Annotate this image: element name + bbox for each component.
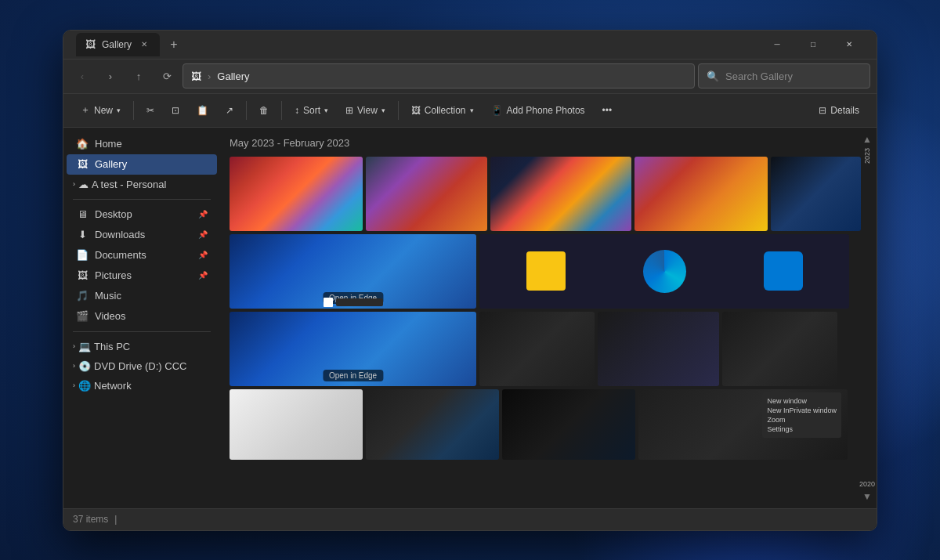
year-2020-label[interactable]: 2020 — [859, 480, 875, 488]
cut-button[interactable]: ✂ — [139, 98, 162, 123]
sidebar-item-downloads[interactable]: ⬇ Downloads 📌 — [67, 225, 217, 245]
item-count: 37 items — [73, 514, 108, 525]
delete-button[interactable]: 🗑 — [251, 98, 277, 123]
tabs-area: 🖼 Gallery ✕ + — [73, 33, 759, 56]
sidebar-item-atest[interactable]: › ☁ A test - Personal — [67, 175, 217, 194]
photo-item[interactable] — [366, 157, 487, 231]
photo-item[interactable] — [771, 157, 861, 231]
photo-item[interactable] — [490, 157, 631, 231]
sidebar-item-network[interactable]: › 🌐 Network — [67, 376, 217, 396]
photo-item-logos[interactable] — [479, 234, 849, 309]
photo-row-2: Open in Edge — [230, 234, 867, 309]
minimize-button[interactable]: ─ — [759, 31, 795, 59]
photo-row-4: New window New InPrivate window Zoom Set… — [230, 389, 867, 460]
maximize-button[interactable]: □ — [795, 31, 831, 59]
sidebar-item-gallery[interactable]: 🖼 Gallery — [67, 154, 217, 175]
music-icon: 🎵 — [76, 290, 89, 302]
photo-item[interactable] — [366, 389, 499, 460]
status-bar: 37 items | — [63, 508, 877, 530]
sidebar-item-dvd[interactable]: › 💿 DVD Drive (D:) CCC — [67, 356, 217, 376]
refresh-button[interactable]: ⟳ — [154, 63, 179, 89]
videos-icon: 🎬 — [76, 310, 89, 323]
date-header: May 2023 - February 2023 — [230, 137, 867, 149]
paste-icon: 📋 — [197, 105, 208, 116]
sort-chevron-icon: ▾ — [324, 107, 328, 114]
sidebar-thispc-label: This PC — [94, 341, 130, 352]
sidebar-network-label: Network — [94, 380, 132, 392]
sidebar-pictures-label: Pictures — [95, 269, 132, 281]
photo-item[interactable] — [598, 312, 719, 386]
toolbar-separator-2 — [246, 101, 247, 120]
back-button[interactable]: ‹ — [70, 63, 95, 89]
year-2023-label[interactable]: 2023 — [863, 148, 871, 164]
sidebar-item-home[interactable]: 🏠 Home — [67, 134, 217, 154]
photo-item[interactable] — [502, 389, 635, 460]
photo-item[interactable]: Open in Edge — [230, 234, 476, 309]
address-icon: 🖼 — [191, 70, 201, 82]
sidebar-item-pictures[interactable]: 🖼 Pictures 📌 — [67, 266, 217, 286]
thispc-icon: 💻 — [78, 341, 91, 352]
address-input[interactable]: 🖼 › Gallery — [183, 63, 695, 89]
copy-button[interactable]: ⊡ — [164, 98, 187, 123]
up-button[interactable]: ↑ — [126, 63, 151, 89]
collection-button[interactable]: 🖼 Collection ▾ — [403, 98, 482, 123]
sidebar-item-videos[interactable]: 🎬 Videos — [67, 306, 217, 327]
timeline-scroll-down[interactable]: ▼ — [862, 491, 872, 502]
sidebar-item-desktop[interactable]: 🖥 Desktop 📌 — [67, 204, 217, 225]
window-controls: ─ □ ✕ — [759, 31, 867, 59]
collection-icon: 🖼 — [411, 105, 421, 116]
new-tab-button[interactable]: + — [163, 34, 185, 56]
sidebar-downloads-label: Downloads — [95, 229, 145, 240]
expand-icon-4: › — [73, 381, 75, 389]
expand-icon-2: › — [73, 342, 75, 350]
forward-button[interactable]: › — [98, 63, 123, 89]
close-button[interactable]: ✕ — [831, 31, 867, 59]
gallery-tab[interactable]: 🖼 Gallery ✕ — [76, 33, 160, 56]
sidebar-item-thispc[interactable]: › 💻 This PC — [67, 337, 217, 356]
sidebar-home-label: Home — [95, 138, 122, 150]
search-box[interactable]: 🔍 Search Gallery — [698, 63, 870, 89]
details-button[interactable]: ⊟ Details — [811, 102, 867, 119]
pin-icon: 📌 — [198, 210, 208, 219]
sort-button[interactable]: ↕ Sort ▾ — [287, 98, 336, 123]
sidebar-desktop-label: Desktop — [95, 208, 132, 220]
title-bar: 🖼 Gallery ✕ + ─ □ ✕ — [63, 31, 877, 59]
share-button[interactable]: ↗ — [218, 98, 241, 123]
phone-icon: 📱 — [491, 105, 503, 116]
sidebar: 🏠 Home 🖼 Gallery › ☁ A test - Personal 🖥… — [63, 128, 220, 508]
tab-icon: 🖼 — [85, 38, 96, 50]
desktop-icon: 🖥 — [76, 208, 89, 221]
sidebar-item-documents[interactable]: 📄 Documents 📌 — [67, 245, 217, 266]
photo-item[interactable] — [479, 312, 595, 386]
sort-label: Sort — [303, 105, 320, 116]
share-icon: ↗ — [226, 105, 233, 116]
photo-item[interactable]: Open in Edge — [230, 312, 476, 386]
paste-button[interactable]: 📋 — [189, 98, 216, 123]
sidebar-gallery-label: Gallery — [95, 158, 127, 170]
photo-item[interactable] — [230, 157, 363, 231]
sidebar-item-music[interactable]: 🎵 Music — [67, 286, 217, 306]
sidebar-divider-2 — [73, 331, 211, 332]
more-button[interactable]: ••• — [595, 98, 620, 123]
logo-yellow — [526, 251, 566, 291]
photo-item[interactable] — [722, 312, 837, 386]
gallery-content: May 2023 - February 2023 Open in Edge — [220, 128, 877, 508]
view-chevron-icon: ▾ — [381, 107, 385, 114]
add-phone-button[interactable]: 📱 Add Phone Photos — [483, 98, 593, 123]
view-button[interactable]: ⊞ View ▾ — [338, 98, 393, 123]
pin-icon-3: 📌 — [198, 251, 208, 259]
photo-item[interactable] — [230, 389, 363, 460]
tab-close-button[interactable]: ✕ — [138, 38, 150, 51]
gallery-icon: 🖼 — [76, 158, 89, 171]
photo-item[interactable] — [634, 157, 768, 231]
timeline-scroll-up[interactable]: ▲ — [862, 134, 872, 145]
new-icon: ＋ — [81, 103, 90, 117]
collection-chevron-icon: ▾ — [470, 107, 474, 114]
photo-item[interactable]: New window New InPrivate window Zoom Set… — [638, 389, 848, 460]
photo-row-3: Open in Edge — [230, 312, 867, 386]
new-button[interactable]: ＋ New ▾ — [73, 98, 128, 123]
timeline-bar: ▲ 2023 2020 ▼ — [858, 128, 877, 508]
details-label: Details — [830, 105, 859, 116]
sidebar-atest-label: A test - Personal — [92, 179, 166, 190]
search-icon: 🔍 — [707, 70, 719, 82]
